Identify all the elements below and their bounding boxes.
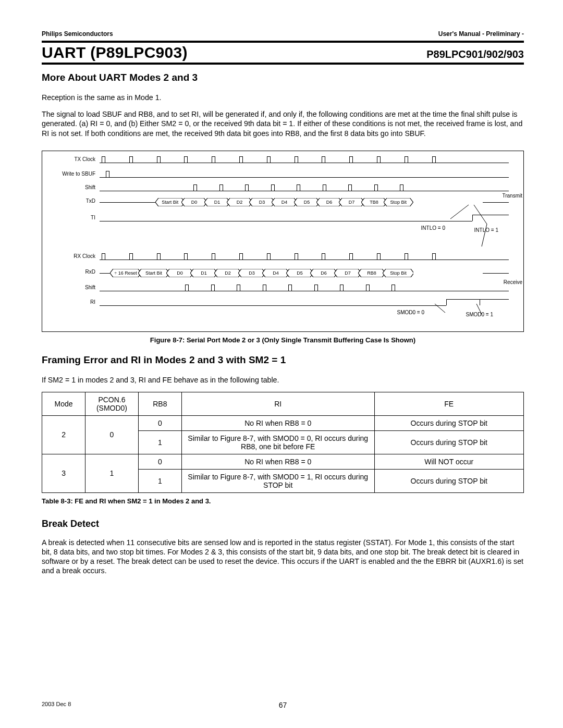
svg-text:D4: D4 [273, 270, 279, 276]
signal-line [100, 177, 509, 178]
signal-label: Shift [54, 285, 95, 290]
signal-label: Write to SBUF [54, 171, 95, 177]
pulse-icon [377, 253, 381, 260]
paragraph: If SM2 = 1 in modes 2 and 3, RI and FE b… [42, 375, 524, 385]
pulse-icon [374, 184, 378, 191]
bus-cell: Start Bit [138, 269, 169, 277]
svg-text:D5: D5 [304, 200, 310, 205]
pulse-icon [322, 156, 325, 163]
figure-timing-diagram: TX Clock Write to SBUF Shift TxD Start B… [42, 151, 524, 332]
svg-text:Stop Bit: Stop Bit [390, 270, 407, 276]
svg-text:Start Bit: Start Bit [162, 200, 179, 205]
signal-label: RxD [54, 269, 95, 275]
bus-cell: Stop Bit [384, 198, 413, 206]
pulse-icon [157, 253, 161, 260]
bus-cell: D1 [190, 269, 217, 277]
pulse-icon [129, 253, 133, 260]
pulse-icon [405, 156, 408, 163]
data-bus: ÷ 16 Reset Start Bit D0 D1 D2 D3 D4 D5 D… [110, 269, 413, 277]
paragraph: The signal to load SBUF and RB8, and to … [42, 109, 524, 138]
signal-line [100, 260, 509, 260]
signal-line [100, 291, 509, 291]
footer-date: 2003 Dec 8 [42, 701, 71, 707]
table-cell: 1 [85, 454, 139, 492]
bus-cell: D3 [238, 269, 265, 277]
signal-row-tx-clock: TX Clock [54, 154, 514, 166]
table-cell: 0 [85, 415, 139, 454]
table-row: 2 0 0 No RI when RB8 = 0 Occurs during S… [42, 415, 524, 430]
pulse-icon [211, 285, 215, 291]
table-cell: No RI when RB8 = 0 [181, 415, 374, 430]
bus-cell: D4 [262, 269, 289, 277]
figure-caption: Figure 8-7: Serial Port Mode 2 or 3 (Onl… [42, 336, 524, 344]
svg-text:D6: D6 [321, 270, 327, 276]
svg-text:D3: D3 [259, 200, 265, 205]
section-heading-break: Break Detect [42, 519, 524, 529]
svg-line-49 [435, 304, 445, 313]
bus-cell: D5 [294, 198, 320, 206]
table-header-row: Mode PCON.6 (SMOD0) RB8 RI FE [42, 392, 524, 415]
signal-label: RX Clock [54, 253, 95, 259]
svg-text:D1: D1 [214, 200, 220, 205]
svg-text:D5: D5 [297, 270, 303, 276]
table-cell: Occurs during STOP bit [374, 430, 523, 454]
pulse-icon [185, 285, 189, 291]
bus-cell: TB8 [361, 198, 387, 206]
svg-line-24 [482, 224, 487, 246]
table-header: RB8 [138, 392, 181, 415]
side-label-transmit: Transmit [502, 193, 522, 199]
bus-cell: ÷ 16 Reset [110, 269, 141, 277]
svg-line-23 [474, 205, 487, 224]
data-bus: Start Bit D0 D1 D2 D3 D4 D5 D6 D7 TB8 St… [155, 198, 413, 206]
signal-row-shift-rx: Shift [54, 282, 514, 294]
signal-row-write-sbuf: Write to SBUF [54, 169, 514, 180]
pulse-icon [184, 253, 188, 260]
pulse-icon [323, 184, 326, 191]
pulse-icon [239, 253, 243, 260]
signal-label: TI [54, 215, 95, 220]
paragraph: A break is detected when 11 consecutive … [42, 538, 524, 576]
svg-text:÷ 16 Reset: ÷ 16 Reset [114, 270, 137, 276]
bus-cell: D0 [166, 269, 193, 277]
svg-text:D2: D2 [236, 200, 242, 205]
svg-text:D7: D7 [345, 270, 351, 276]
table-header: PCON.6 (SMOD0) [85, 392, 139, 415]
table-caption: Table 8-3: FE and RI when SM2 = 1 in Mod… [42, 497, 524, 505]
pulse-icon [322, 253, 325, 260]
pulse-icon [405, 253, 408, 260]
signal-line [100, 305, 446, 306]
bus-cell: D1 [204, 198, 230, 206]
table-cell: Occurs during STOP bit [374, 469, 523, 492]
pulse-icon [432, 156, 436, 163]
signal-line [100, 163, 509, 163]
part-numbers: P89LPC901/902/903 [426, 48, 524, 60]
section-heading-modes: More About UART Modes 2 and 3 [42, 72, 524, 83]
bus-cell: D6 [316, 198, 342, 206]
signal-row-rxd: RxD ÷ 16 Reset Start Bit D0 D1 D2 D3 D4 … [54, 265, 514, 276]
table-cell: 0 [138, 454, 181, 469]
bus-cell: D0 [181, 198, 207, 206]
paragraph: Reception is the same as in Mode 1. [42, 93, 524, 102]
pulse-icon [239, 156, 243, 163]
table-cell: Occurs during STOP bit [374, 415, 523, 430]
page-number: 67 [279, 701, 287, 709]
table-row: 3 1 0 No RI when RB8 = 0 Will NOT occur [42, 454, 524, 469]
pulse-icon [212, 253, 215, 260]
section-heading-framing: Framing Error and RI in Modes 2 and 3 wi… [42, 354, 524, 366]
bus-cell: Stop Bit [383, 269, 414, 277]
page-title: UART (P89LPC903) [42, 44, 188, 61]
bus-cell: D7 [339, 198, 364, 206]
svg-text:D6: D6 [326, 200, 333, 205]
svg-line-50 [476, 304, 482, 314]
pulse-icon [391, 285, 395, 291]
table-cell: No RI when RB8 = 0 [181, 454, 374, 469]
table-cell: 0 [138, 415, 181, 430]
bus-cell: D7 [334, 269, 361, 277]
header-left: Philips Semiconductors [42, 30, 113, 38]
pulse-icon [271, 184, 275, 191]
pulse-icon [297, 184, 300, 191]
pulse-icon [348, 184, 352, 191]
running-header: Philips Semiconductors User's Manual - P… [42, 30, 524, 38]
svg-text:D0: D0 [177, 270, 183, 276]
pulse-icon [366, 285, 370, 291]
